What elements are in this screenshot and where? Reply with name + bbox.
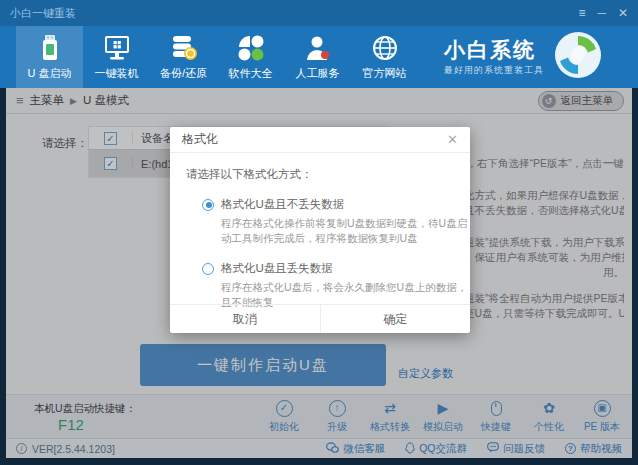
option-description: 程序在格式化操作前将复制U盘数据到硬盘，待U盘启动工具制作完成后，程序将数据恢复… [221, 216, 473, 246]
dialog-close-icon[interactable]: ✕ [447, 133, 458, 146]
recycle-swirl-logo-icon [554, 31, 602, 83]
apps-grid-icon [237, 34, 265, 62]
title-bar: 小白一键重装 ≡ ─ ✕ [0, 0, 638, 26]
nav-item-software[interactable]: 软件大全 [217, 26, 284, 88]
close-icon[interactable]: ✕ [618, 7, 628, 19]
nav-item-label: 官方网站 [363, 66, 407, 81]
dialog-title: 格式化 [182, 131, 218, 148]
nav-item-label: U 盘启动 [28, 66, 72, 81]
monitor-icon [102, 34, 132, 62]
format-dialog: 格式化 ✕ 请选择以下格式化方式： 格式化U盘且不丢失数据 程序在格式化操作前将… [170, 127, 470, 333]
confirm-button[interactable]: 确定 [321, 305, 471, 333]
brand-name: 小白系统 [444, 38, 544, 62]
dialog-prompt: 请选择以下格式化方式： [186, 167, 456, 182]
nav-item-one-click-install[interactable]: 一键装机 [83, 26, 150, 88]
nav-item-label: 人工服务 [296, 66, 340, 81]
nav-item-backup-restore[interactable]: 备份/还原 [150, 26, 217, 88]
cancel-button[interactable]: 取消 [170, 305, 321, 333]
nav-item-support[interactable]: 人工服务 [284, 26, 351, 88]
option-label: 格式化U盘且不丢失数据 [221, 197, 344, 212]
dialog-footer: 取消 确定 [170, 304, 470, 333]
minimize-icon[interactable]: ─ [597, 7, 606, 19]
nav-item-usb-boot[interactable]: U 盘启动 [16, 26, 83, 88]
window-title: 小白一键重装 [10, 6, 76, 21]
app-window: 小白一键重装 ≡ ─ ✕ U 盘启动 一键装机 备份/还原 [0, 0, 638, 465]
main-nav: U 盘启动 一键装机 备份/还原 软件大全 人工服务 [0, 26, 638, 88]
format-option-keep-data: 格式化U盘且不丢失数据 程序在格式化操作前将复制U盘数据到硬盘，待U盘启动工具制… [202, 197, 456, 246]
nav-item-label: 备份/还原 [160, 66, 207, 81]
format-option-lose-data: 格式化U盘且丢失数据 程序在格式化U盘后，将会永久删除您U盘上的数据，且不能恢复 [202, 261, 456, 310]
dialog-header: 格式化 ✕ [170, 127, 470, 153]
brand-block: 小白系统 最好用的系统重装工具 [444, 38, 544, 75]
radio-selected-icon[interactable] [202, 199, 214, 211]
usb-drive-icon [37, 34, 63, 62]
nav-item-label: 一键装机 [95, 66, 139, 81]
dialog-body: 请选择以下格式化方式： 格式化U盘且不丢失数据 程序在格式化操作前将复制U盘数据… [170, 153, 470, 310]
option-row[interactable]: 格式化U盘且不丢失数据 [202, 197, 456, 212]
brand-tagline: 最好用的系统重装工具 [444, 65, 544, 75]
nav-item-website[interactable]: 官方网站 [351, 26, 418, 88]
database-backup-icon [169, 34, 199, 62]
window-controls: ≡ ─ ✕ [578, 7, 628, 19]
radio-unselected-icon[interactable] [202, 263, 214, 275]
option-label: 格式化U盘且丢失数据 [221, 261, 333, 276]
option-row[interactable]: 格式化U盘且丢失数据 [202, 261, 456, 276]
globe-icon [371, 34, 399, 62]
menu-icon[interactable]: ≡ [578, 7, 585, 19]
nav-item-label: 软件大全 [229, 66, 273, 81]
support-person-icon [304, 34, 332, 62]
